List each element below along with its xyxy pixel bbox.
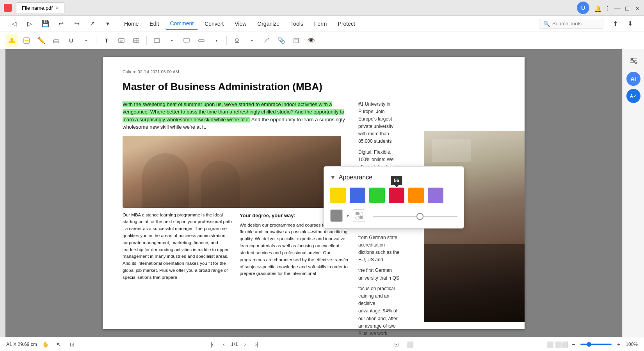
menu-edit[interactable]: Edit (145, 18, 164, 29)
svg-rect-20 (235, 42, 239, 43)
zoom-out-btn[interactable]: − (569, 340, 578, 349)
stamp-chevron-btn[interactable]: ▾ (246, 34, 258, 47)
spell-check-icon[interactable]: A✓ (626, 89, 640, 103)
fill-chevron-icon[interactable]: ▾ (347, 212, 349, 219)
pdf-main-image (123, 136, 341, 208)
swatch-blue[interactable] (350, 188, 365, 203)
menu-view[interactable]: View (230, 18, 251, 29)
zoom-in-btn[interactable]: + (614, 340, 623, 349)
menu-home[interactable]: Home (119, 18, 143, 29)
ai-assistant-icon[interactable]: AI (626, 72, 640, 86)
pdf-image-inner (123, 136, 341, 208)
underline-chevron-btn[interactable]: ▾ (80, 34, 92, 47)
notifications-icon[interactable]: 🔔 (594, 5, 600, 11)
prev-page-btn[interactable]: ‹ (219, 340, 229, 349)
fill-row: ▾ (330, 209, 457, 222)
swatch-red[interactable]: 56 (389, 188, 404, 203)
select-highlight-btn[interactable] (20, 34, 33, 47)
next-page-btn[interactable]: › (240, 340, 250, 349)
fit-width-btn[interactable]: ⊡ (68, 340, 77, 349)
titlebar-controls: U 🔔 ⋮ — □ × (577, 2, 640, 14)
properties-panel-icon[interactable] (626, 53, 641, 69)
fill-color-swatch[interactable] (330, 209, 343, 222)
stamp-tool-btn[interactable] (231, 34, 243, 47)
upload-icon[interactable]: ⬆ (609, 18, 621, 30)
dropdown-icon[interactable]: ▾ (101, 18, 114, 30)
crop-page-btn[interactable]: ⬜ (405, 340, 415, 349)
ink-tool-btn[interactable] (260, 34, 273, 47)
menu-convert[interactable]: Convert (200, 18, 228, 29)
share-icon[interactable]: ↗ (86, 18, 98, 30)
first-page-btn[interactable]: |‹ (208, 340, 217, 349)
sep1 (96, 36, 96, 45)
pdf-bottom-left: Our MBA distance learning programme is t… (123, 212, 232, 284)
pdf-bullet1: #1 University in Europe: Join Europe's l… (358, 101, 400, 145)
eraser-tool-btn[interactable] (50, 34, 62, 47)
attach-tool-btn[interactable]: 📎 (275, 34, 288, 47)
table-tool-btn[interactable] (130, 34, 142, 47)
zoom-area: ⬜ ⬜⬜ − + 100% (545, 340, 638, 349)
menu-tools[interactable]: Tools (286, 18, 308, 29)
tooltip-arrow (395, 185, 398, 189)
fit-text-btn[interactable] (115, 34, 128, 47)
tab-close-icon[interactable]: × (56, 5, 59, 11)
close-button[interactable]: × (635, 5, 640, 11)
download-icon[interactable]: ⬇ (624, 18, 636, 30)
swatch-purple[interactable] (428, 188, 443, 203)
content-area: Culture 02 Jul 2021 06:00 AM Master of B… (5, 49, 622, 337)
right-sidebar: AI A✓ (622, 49, 644, 337)
last-page-btn[interactable]: ›| (252, 340, 262, 349)
measure-tool-btn[interactable] (195, 34, 208, 47)
single-page-btn[interactable]: ⬜ (545, 340, 555, 349)
search-tools-input[interactable] (552, 21, 599, 27)
pen-tool-btn[interactable]: ✏️ (35, 34, 48, 47)
note-tool-btn[interactable] (290, 34, 302, 47)
pattern-btn[interactable] (353, 209, 365, 222)
minimize-button[interactable]: — (614, 5, 620, 11)
svg-rect-13 (184, 38, 189, 42)
left-panel (0, 49, 5, 337)
redo-icon[interactable]: ↩ (55, 18, 67, 30)
measure-chevron-btn[interactable]: ▾ (210, 34, 222, 47)
svg-point-19 (235, 39, 238, 42)
maximize-button[interactable]: □ (624, 5, 630, 11)
show-comments-btn[interactable]: 👁️ (305, 34, 317, 47)
fit-page-btn[interactable]: ⊡ (392, 340, 401, 349)
swatch-green[interactable] (369, 188, 385, 203)
swatch-yellow[interactable] (330, 188, 346, 203)
underline-tool-btn[interactable]: U (65, 34, 77, 47)
select-tool-btn[interactable]: ↖ (54, 340, 64, 349)
search-tools-area[interactable]: 🔍 (539, 19, 603, 29)
svg-rect-1 (11, 38, 13, 42)
menu-form[interactable]: Form (310, 18, 332, 29)
opacity-slider-container (373, 212, 457, 220)
back-icon[interactable]: ◁ (8, 18, 20, 30)
menu-comment[interactable]: Comment (165, 18, 198, 30)
page-nav: |‹ ‹ 1/1 › ›| (208, 340, 262, 349)
svg-rect-25 (356, 212, 359, 215)
swatch-orange[interactable] (408, 188, 424, 203)
user-avatar[interactable]: U (577, 2, 589, 14)
menu-organize[interactable]: Organize (253, 18, 284, 29)
undo-icon[interactable]: ↪ (70, 18, 83, 30)
color-swatches: 56 (330, 188, 457, 203)
page-dimensions: A1 X 29.69 cm (6, 342, 37, 347)
save-icon[interactable]: 💾 (39, 18, 52, 30)
appearance-chevron[interactable]: ▼ (330, 174, 336, 182)
file-tab[interactable]: File name.pdf × (16, 2, 64, 13)
opacity-slider[interactable] (373, 216, 457, 217)
rect-tool-btn[interactable] (151, 34, 163, 47)
main-layout: Culture 02 Jul 2021 06:00 AM Master of B… (0, 49, 644, 337)
cursor-tool-btn[interactable]: ✋ (41, 340, 50, 349)
comment-tool-btn[interactable] (180, 34, 193, 47)
zoom-slider[interactable] (580, 344, 612, 345)
pdf-left-col: With the sweltering heat of summer upon … (123, 101, 349, 337)
more-options-icon[interactable]: ⋮ (604, 5, 610, 11)
svg-rect-22 (294, 38, 299, 43)
menu-protect[interactable]: Protect (333, 18, 359, 29)
rect-chevron-btn[interactable]: ▾ (165, 34, 178, 47)
text-tool-btn[interactable]: T (100, 34, 113, 47)
fwd-icon[interactable]: ▷ (23, 18, 36, 30)
two-page-btn[interactable]: ⬜⬜ (557, 340, 566, 349)
highlight-tool-btn[interactable] (5, 34, 18, 47)
